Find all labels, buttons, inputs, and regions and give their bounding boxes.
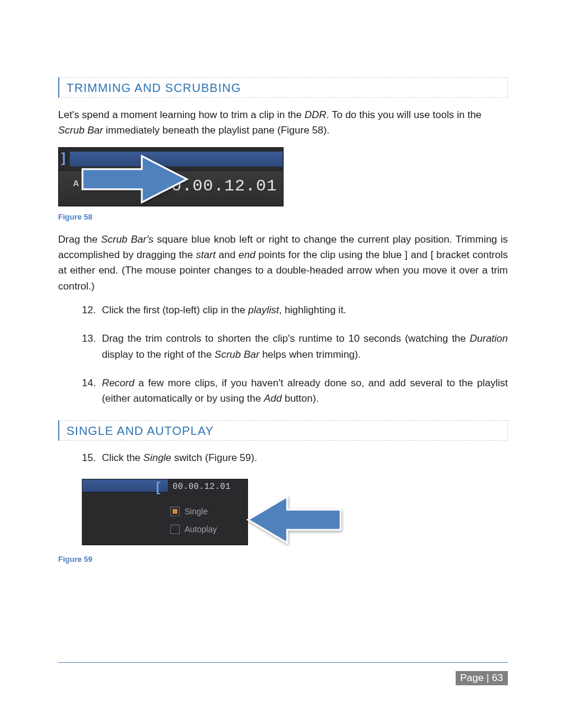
autoplay-switch-row[interactable]: Autoplay [170, 524, 217, 534]
callout-arrow-icon [246, 494, 346, 545]
list-item: 12. Click the first (top-left) clip in t… [58, 303, 508, 318]
autoplay-checkbox[interactable] [170, 524, 180, 534]
step-number: 15. [82, 450, 96, 466]
scrub-bar-term: Scrub Bar [58, 125, 103, 136]
steps-list-2: 15. Click the Single switch (Figure 59). [58, 450, 508, 466]
footer-rule [58, 662, 508, 663]
step-number: 12. [82, 303, 96, 318]
figure-59-image: [ 00.00.12.01 Single Autoplay [82, 479, 248, 545]
end-term: end [239, 249, 255, 260]
single-label: Single [185, 507, 208, 516]
step-text: Drag the trim controls to shorten the cl… [102, 331, 508, 363]
list-item: 13. Drag the trim controls to shorten th… [58, 331, 508, 363]
figure-59-caption: Figure 59 [58, 555, 508, 564]
scrub-bars-term: Scrub Bar's [101, 234, 153, 245]
list-item: 15. Click the Single switch (Figure 59). [58, 450, 508, 466]
ddr-term: DDR [304, 109, 326, 120]
text: . To do this you will use tools in the [326, 109, 481, 120]
text: Drag the trim controls to shorten the cl… [102, 333, 470, 344]
text: , highlighting it. [279, 304, 346, 316]
text: display to the right of the [102, 349, 215, 360]
text: Let's spend a moment learning how to tri… [58, 109, 304, 120]
text: button). [282, 393, 319, 404]
text: helps when trimming). [259, 349, 361, 360]
single-switch-row[interactable]: Single [170, 507, 208, 516]
record-term: Record [102, 377, 135, 389]
end-bracket-icon[interactable]: [ [156, 479, 160, 495]
scrub-bar-track[interactable] [82, 479, 168, 492]
text: Click the first (top-left) clip in the [102, 304, 249, 316]
text: and [215, 249, 239, 260]
heading-trimming: TRIMMING AND SCRUBBING [58, 77, 508, 98]
step-text: Click the first (top-left) clip in the p… [102, 303, 346, 318]
duration-term: Duration [470, 333, 508, 344]
text: immediately beneath the playlist pane (F… [103, 125, 330, 136]
scrub-bar-term: Scrub Bar [215, 349, 260, 360]
intro-paragraph: Let's spend a moment learning how to tri… [58, 107, 508, 139]
figure-58-image: ] A 00.00.12.01 [58, 147, 284, 206]
timecode-display: 00.00.12.01 [173, 482, 231, 491]
steps-list: 12. Click the first (top-left) clip in t… [58, 303, 508, 407]
text: switch (Figure 59). [171, 452, 257, 463]
single-term: Single [144, 452, 171, 463]
autoplay-label: Autoplay [185, 524, 217, 534]
list-item: 14. Record a few more clips, if you have… [58, 376, 508, 407]
page-number: Page | 63 [456, 671, 508, 685]
step-number: 14. [82, 376, 96, 407]
step-number: 13. [82, 331, 96, 363]
page-container: TRIMMING AND SCRUBBING Let's spend a mom… [0, 0, 566, 728]
step-text: Click the Single switch (Figure 59). [102, 450, 257, 466]
playlist-term: playlist [248, 304, 279, 316]
add-term: Add [264, 393, 282, 404]
text: Click the [102, 452, 144, 463]
heading-single-autoplay: SINGLE AND AUTOPLAY [58, 420, 508, 441]
start-term: start [196, 249, 215, 260]
start-bracket-icon[interactable]: ] [61, 150, 65, 166]
callout-arrow-icon [77, 154, 189, 205]
single-checkbox[interactable] [170, 507, 180, 516]
drag-paragraph: Drag the Scrub Bar's square blue knob le… [58, 232, 508, 294]
figure-58-caption: Figure 58 [58, 212, 508, 221]
text: Drag the [58, 234, 101, 245]
step-text: Record a few more clips, if you haven't … [102, 376, 508, 407]
